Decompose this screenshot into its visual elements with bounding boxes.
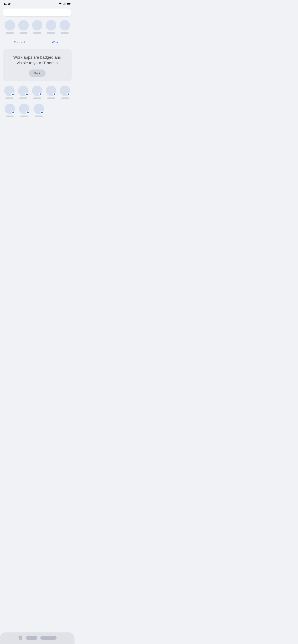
skeleton-label (61, 32, 69, 34)
work-app-icon-wrapper (4, 86, 15, 96)
work-badge (25, 92, 29, 96)
work-app-label (61, 98, 69, 99)
work-app-item[interactable] (59, 86, 71, 99)
work-app-row-1 (3, 86, 72, 99)
briefcase-icon (12, 93, 14, 95)
briefcase-icon (67, 93, 69, 95)
status-time: 11:00 (4, 2, 11, 5)
tab-personal[interactable]: Personal (2, 38, 37, 46)
got-it-button[interactable]: Got it (29, 70, 46, 77)
work-app-item[interactable] (45, 86, 57, 99)
work-app-label (47, 98, 55, 99)
skeleton-app-item (46, 20, 56, 34)
svg-rect-2 (64, 4, 64, 5)
tab-work[interactable]: Work (37, 38, 73, 46)
signal-icon (63, 2, 66, 5)
skeleton-icon (5, 20, 15, 30)
work-badge (53, 92, 56, 96)
briefcase-icon (27, 111, 29, 113)
work-app-icon-wrapper (5, 104, 15, 114)
work-badge (26, 110, 30, 114)
work-app-icon-wrapper (19, 104, 30, 114)
work-app-item[interactable] (18, 104, 30, 117)
work-app-label (6, 116, 14, 117)
tabs-container: Personal Work (2, 38, 73, 46)
work-badge (11, 92, 15, 96)
briefcase-icon (26, 93, 28, 95)
work-app-row-2 (3, 104, 72, 117)
work-badge (39, 92, 43, 96)
info-card-text: Work apps are badged and visible to your… (7, 55, 67, 66)
status-icons (59, 2, 71, 5)
briefcase-icon (41, 111, 43, 113)
briefcase-icon (54, 93, 56, 95)
skeleton-app-grid (0, 20, 75, 34)
svg-rect-1 (63, 4, 63, 5)
briefcase-icon (40, 93, 42, 95)
svg-rect-3 (65, 3, 65, 5)
info-card: Work apps are badged and visible to your… (3, 49, 72, 81)
work-app-item[interactable] (18, 86, 29, 99)
work-app-label (19, 98, 27, 99)
skeleton-app-item (32, 20, 43, 34)
skeleton-label (47, 32, 55, 34)
work-app-item[interactable] (33, 104, 45, 117)
skeleton-icon (46, 20, 56, 30)
svg-rect-6 (67, 3, 70, 4)
work-app-icon-wrapper (18, 86, 29, 96)
work-app-item[interactable] (4, 104, 16, 117)
work-app-label (35, 116, 43, 117)
skeleton-app-item (60, 20, 70, 34)
work-app-item[interactable] (4, 86, 15, 99)
skeleton-app-item (18, 20, 29, 34)
work-badge (67, 92, 70, 96)
skeleton-icon (18, 20, 29, 30)
work-app-icon-wrapper (32, 86, 43, 96)
search-bar[interactable] (3, 8, 72, 16)
work-app-label (20, 116, 28, 117)
skeleton-app-item (5, 20, 15, 34)
briefcase-icon (12, 111, 14, 113)
svg-point-0 (60, 4, 61, 5)
wifi-icon (59, 2, 62, 5)
skeleton-icon (60, 20, 70, 30)
work-app-label (6, 98, 13, 99)
work-app-icon-wrapper (60, 86, 70, 96)
work-app-item[interactable] (32, 86, 43, 99)
battery-icon (67, 3, 71, 5)
work-app-icon-wrapper (46, 86, 56, 96)
work-badge (40, 110, 44, 114)
work-app-label (33, 98, 41, 99)
skeleton-icon (32, 20, 43, 30)
work-app-icon-wrapper (34, 104, 44, 114)
work-badge (11, 110, 15, 114)
svg-rect-4 (65, 2, 66, 5)
skeleton-label (20, 32, 28, 34)
status-bar: 11:00 (0, 0, 75, 7)
skeleton-label (33, 32, 41, 34)
work-apps-grid (0, 86, 75, 117)
skeleton-label (6, 32, 14, 34)
